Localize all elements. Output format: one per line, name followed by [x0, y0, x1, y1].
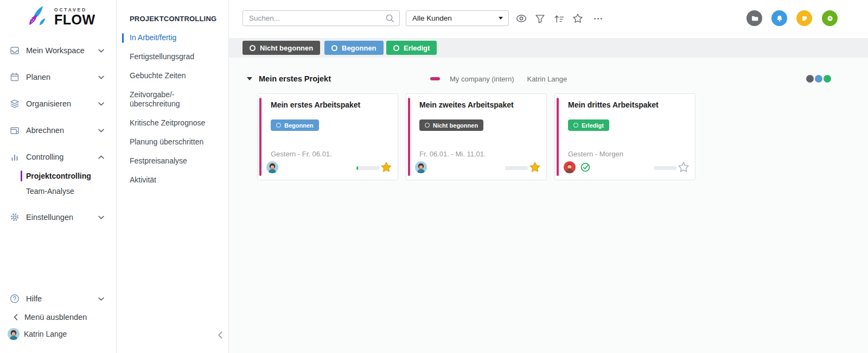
- hide-menu-label: Menü ausblenden: [24, 313, 87, 322]
- documents-button[interactable]: [746, 10, 762, 26]
- status-badge-label: Begonnen: [284, 122, 314, 129]
- subnav-item-aktivitaet[interactable]: Aktivität: [117, 175, 228, 185]
- status-dot-started: [815, 75, 822, 83]
- progress-fill: [356, 166, 358, 170]
- filter-chip-erledigt[interactable]: Erledigt: [386, 41, 437, 55]
- sidebar-item-hilfe[interactable]: Hilfe: [0, 292, 116, 305]
- sidebar-item-mein-workspace[interactable]: Mein Workspace: [0, 44, 116, 57]
- status-badge-label: Erledigt: [582, 122, 604, 129]
- sidebar-item-controlling[interactable]: Controlling: [0, 150, 116, 163]
- help-icon: [10, 294, 20, 304]
- active-subnav-marker: [122, 33, 124, 43]
- sort-button[interactable]: [552, 12, 565, 25]
- project-owner: Katrin Lange: [527, 75, 567, 83]
- progress-bar: [356, 166, 379, 170]
- search-input[interactable]: [249, 14, 385, 22]
- more-options-button[interactable]: [591, 12, 604, 25]
- favorite-star[interactable]: [380, 161, 392, 173]
- current-user[interactable]: Katrin Lange: [8, 328, 67, 340]
- filter-chip-label: Begonnen: [342, 44, 376, 52]
- sidebar-item-label: Einstellungen: [26, 213, 73, 222]
- chevron-down-icon: [98, 128, 104, 134]
- status-dot-not-started: [806, 75, 814, 83]
- work-package-card[interactable]: Mein drittes Arbeitspaket Erledigt Geste…: [554, 93, 695, 180]
- note-icon: [799, 13, 810, 24]
- done-check-icon: [580, 162, 591, 173]
- star-filled-icon: [529, 161, 541, 173]
- status-ring-icon: [425, 123, 430, 128]
- star-outline-icon: [678, 161, 690, 173]
- sidebar-item-organisieren[interactable]: Organisieren: [0, 97, 116, 110]
- time-tracking-button[interactable]: [822, 10, 838, 26]
- filter-chip-begonnen[interactable]: Begonnen: [324, 41, 384, 55]
- projektcontrolling-subnav: PROJEKTCONTROLLING In Arbeit/fertig Fert…: [117, 0, 229, 353]
- status-ring-icon: [331, 45, 337, 51]
- main-sidebar: OCTAVED FLOW Mein Workspace Planen Organ…: [0, 0, 117, 353]
- subnav-item-festpreisanalyse[interactable]: Festpreisanalyse: [117, 156, 228, 166]
- subnav-item-in-arbeit-fertig[interactable]: In Arbeit/fertig: [117, 33, 228, 42]
- user-name: Katrin Lange: [24, 330, 67, 338]
- date-range: Gestern - Fr. 06.01.: [271, 150, 332, 158]
- ellipsis-icon: [593, 14, 603, 24]
- favorite-star[interactable]: [529, 161, 541, 173]
- favorites-button[interactable]: [571, 12, 584, 25]
- filter-chip-nicht-begonnen[interactable]: Nicht begonnen: [242, 41, 320, 55]
- sidebar-item-label: Planen: [26, 73, 50, 81]
- inbox-icon: [10, 46, 20, 55]
- collapse-project-caret[interactable]: [247, 77, 252, 80]
- watch-button[interactable]: [515, 12, 528, 25]
- date-range: Gestern - Morgen: [568, 150, 623, 158]
- subnav-item-zeitvorgabe[interactable]: Zeitvorgabe/-​überschreitung: [117, 90, 228, 109]
- assignee-avatar: [564, 161, 576, 173]
- subnav-item-gebuchte-zeiten[interactable]: Gebuchte Zeiten: [117, 71, 228, 80]
- card-accent-bar: [408, 98, 410, 176]
- logo-bottom-text: FLOW: [54, 13, 95, 27]
- gear-icon: [10, 212, 20, 222]
- sidebar-item-abrechnen[interactable]: Abrechnen: [0, 124, 116, 137]
- search-icon: [385, 14, 394, 23]
- chevron-down-icon: [98, 101, 104, 107]
- subnav-item-kritische-zeitprognose[interactable]: Kritische Zeitprognose: [117, 118, 228, 128]
- notifications-button[interactable]: [771, 10, 787, 26]
- notes-button[interactable]: [796, 10, 812, 26]
- sidebar-item-label: Organisieren: [26, 99, 71, 108]
- project-name[interactable]: Mein erstes Projekt: [259, 74, 331, 83]
- search-box: [242, 10, 400, 26]
- sidebar-item-einstellungen[interactable]: Einstellungen: [0, 211, 116, 224]
- folder-icon: [749, 13, 760, 24]
- filter-funnel-icon: [535, 14, 545, 24]
- project-status-dots: [806, 75, 831, 83]
- chevron-up-icon: [98, 154, 104, 160]
- card-accent-bar: [557, 98, 559, 176]
- card-title: Mein zweites Arbeitspaket: [419, 100, 514, 109]
- progress-bar: [654, 166, 676, 170]
- sidebar-item-planen[interactable]: Planen: [0, 71, 116, 84]
- project-header-row: Mein erstes Projekt My company (intern) …: [229, 71, 868, 87]
- caret-down-icon: [499, 17, 503, 20]
- chevron-down-icon: [98, 215, 104, 220]
- subnav-title: PROJEKTCONTROLLING: [130, 15, 228, 23]
- status-badge-label: Nicht begonnen: [433, 122, 478, 129]
- date-range: Fr. 06.01. - Mi. 11.01.: [419, 150, 486, 158]
- sidebar-item-projektcontrolling[interactable]: Projektcontrolling: [26, 170, 91, 182]
- hide-menu-button[interactable]: Menü ausblenden: [0, 311, 116, 324]
- star-outline-icon: [572, 13, 583, 24]
- star-filled-icon: [380, 161, 392, 173]
- filter-button[interactable]: [533, 12, 546, 25]
- calendar-icon: [10, 72, 20, 82]
- favorite-star[interactable]: [678, 161, 690, 173]
- bar-chart-icon: [10, 152, 20, 162]
- chevron-left-icon: [12, 314, 19, 320]
- work-package-card[interactable]: Mein zweites Arbeitspaket Nicht begonnen…: [406, 93, 547, 180]
- sidebar-item-team-analyse[interactable]: Team-Analyse: [26, 185, 74, 197]
- sidebar-item-label: Mein Workspace: [26, 46, 85, 55]
- bell-icon: [774, 13, 785, 24]
- status-ring-icon: [393, 45, 399, 51]
- subnav-item-planung-ueberschritten[interactable]: Planung überschritten: [117, 137, 228, 147]
- subnav-item-label: In Arbeit/fertig: [130, 33, 176, 42]
- customer-filter-dropdown[interactable]: Alle Kunden: [406, 10, 509, 26]
- subnav-item-fertigstellungsgrad[interactable]: Fertigstellungsgrad: [117, 52, 228, 61]
- app-logo[interactable]: OCTAVED FLOW: [28, 5, 95, 28]
- collapse-subnav-icon[interactable]: [216, 331, 224, 339]
- work-package-card[interactable]: Mein erstes Arbeitspaket Begonnen Gester…: [257, 93, 398, 180]
